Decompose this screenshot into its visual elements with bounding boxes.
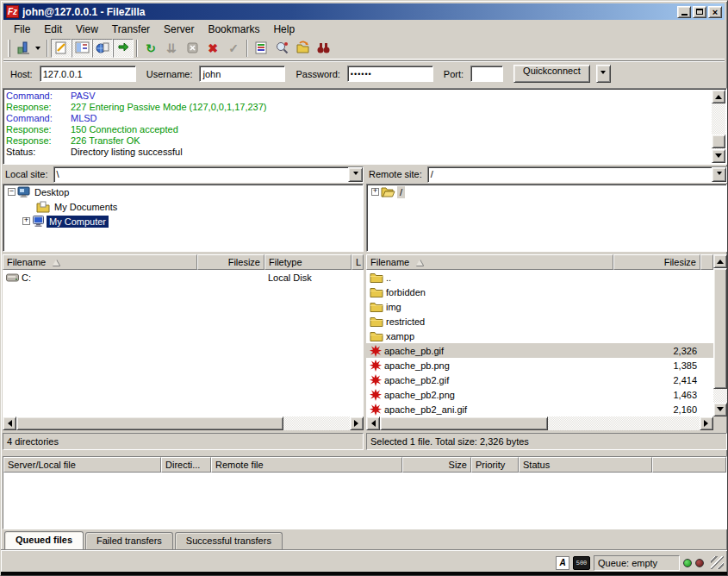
selected-tree-item: My Computer (47, 216, 109, 228)
resize-grip[interactable] (711, 556, 724, 569)
column-header-filler (652, 457, 726, 473)
column-header-remote-file[interactable]: Remote file (211, 457, 402, 473)
selected-tree-item: / (397, 186, 405, 198)
tree-item-desktop[interactable]: − Desktop (3, 185, 363, 199)
file-row[interactable]: xampp (366, 329, 713, 343)
username-input[interactable] (199, 66, 285, 82)
scrollbar-thumb[interactable] (712, 135, 725, 148)
column-header-status[interactable]: Status (519, 457, 652, 473)
file-row[interactable]: apache_pb.png 1,385 (366, 358, 713, 373)
file-row[interactable]: .. (366, 270, 713, 285)
transfer-type-indicator[interactable]: A (556, 556, 569, 570)
cancel-operation-button[interactable] (182, 39, 202, 58)
file-row[interactable]: apache_pb2_ani.gif 2,160 (366, 402, 713, 416)
column-header-filename[interactable]: Filename (366, 254, 613, 270)
log-scrollbar[interactable] (712, 90, 725, 163)
refresh-button[interactable]: ↻ (140, 39, 161, 58)
reconnect-button[interactable]: ✓ (223, 39, 244, 58)
scroll-up-icon[interactable] (713, 254, 727, 268)
local-site-combobox[interactable]: \ (53, 166, 364, 183)
toggle-message-log-button[interactable] (51, 39, 72, 58)
menu-file[interactable]: File (7, 22, 37, 37)
file-row[interactable]: forbidden (366, 285, 713, 299)
column-header-filename[interactable]: Filename (3, 254, 197, 270)
toggle-remote-tree-button[interactable] (92, 39, 113, 58)
tree-item-root[interactable]: + / (367, 185, 726, 199)
password-label: Password: (296, 69, 339, 79)
scroll-right-icon[interactable] (350, 416, 364, 430)
synchronized-browsing-button[interactable] (292, 39, 313, 58)
column-header-server-local-file[interactable]: Server/Local file (3, 457, 161, 473)
menu-view[interactable]: View (69, 22, 105, 37)
titlebar[interactable]: Fz john@127.0.0.1 - FileZilla × (3, 3, 725, 20)
site-manager-dropdown-icon[interactable] (35, 47, 40, 53)
directory-filter-button[interactable] (251, 39, 271, 58)
scroll-up-icon[interactable] (712, 90, 725, 103)
remote-horizontal-scrollbar[interactable] (366, 416, 713, 430)
scrollbar-thumb[interactable] (380, 416, 548, 430)
column-header-size[interactable]: Size (402, 457, 471, 473)
folder-icon (370, 272, 383, 283)
minimize-button[interactable] (677, 6, 691, 18)
quickconnect-dropdown-button[interactable] (596, 65, 611, 83)
file-row[interactable]: restricted (366, 314, 713, 329)
column-header-filesize[interactable]: Filesize (197, 254, 264, 270)
menu-bookmarks[interactable]: Bookmarks (201, 22, 266, 37)
column-header-filesize[interactable]: Filesize (613, 254, 700, 270)
expand-icon[interactable]: + (22, 217, 30, 225)
file-row[interactable]: apache_pb2.png 1,463 (366, 387, 713, 402)
remote-site-combobox[interactable]: / (427, 166, 727, 183)
menu-edit[interactable]: Edit (37, 22, 69, 37)
toolbar-grip[interactable] (8, 40, 10, 57)
tree-item-my-documents[interactable]: My Documents (3, 199, 363, 214)
directory-comparison-button[interactable] (271, 39, 292, 58)
image-file-icon (370, 374, 382, 386)
toggle-queue-button[interactable] (113, 39, 134, 58)
host-label: Host: (10, 69, 33, 79)
site-manager-button[interactable] (13, 39, 34, 58)
log-line: Command:PASV (3, 91, 726, 102)
scrollbar-thumb[interactable] (16, 416, 283, 430)
chevron-down-icon (600, 71, 606, 77)
column-header-filetype[interactable]: Filetype (264, 254, 352, 270)
toggle-local-tree-button[interactable] (72, 39, 92, 58)
tab-successful-transfers[interactable]: Successful transfers (175, 532, 283, 549)
scroll-left-icon[interactable] (3, 416, 16, 430)
folder-icon (370, 287, 383, 297)
collapse-icon[interactable]: − (8, 188, 16, 196)
file-row-selected[interactable]: apache_pb.gif 2,326 (366, 343, 713, 358)
scroll-left-icon[interactable] (366, 416, 380, 430)
column-header-last-modified[interactable]: L (352, 254, 364, 270)
column-header-priority[interactable]: Priority (471, 457, 519, 473)
process-queue-button[interactable]: ⇊ (161, 39, 182, 58)
tree-item-my-computer[interactable]: + My Computer (3, 214, 363, 229)
expand-icon[interactable]: + (371, 188, 379, 196)
close-button[interactable]: × (708, 6, 722, 18)
scroll-down-icon[interactable] (713, 403, 727, 416)
menu-transfer[interactable]: Transfer (105, 22, 157, 37)
local-tree-icon (75, 41, 90, 55)
file-row[interactable]: apache_pb2.gif 2,414 (366, 373, 713, 387)
divider (1, 549, 727, 551)
disconnect-button[interactable]: ✖ (202, 39, 223, 58)
local-pane: Local site: \ − Desktop (3, 166, 364, 451)
host-input[interactable] (40, 66, 136, 82)
file-row[interactable]: img (366, 299, 713, 314)
tab-failed-transfers[interactable]: Failed transfers (85, 532, 173, 549)
find-files-button[interactable] (313, 39, 333, 58)
menu-help[interactable]: Help (266, 22, 302, 37)
port-input[interactable] (470, 66, 503, 82)
speed-limit-indicator[interactable]: 500 (573, 556, 590, 570)
file-row-c-drive[interactable]: C: Local Disk (3, 270, 364, 285)
scroll-down-icon[interactable] (712, 149, 725, 163)
local-horizontal-scrollbar[interactable] (3, 416, 364, 430)
password-input[interactable] (347, 66, 433, 82)
scrollbar-thumb[interactable] (713, 268, 727, 389)
tab-queued-files[interactable]: Queued files (4, 531, 84, 549)
scroll-right-icon[interactable] (700, 416, 713, 430)
quickconnect-button[interactable]: Quickconnect (513, 65, 590, 83)
remote-vertical-scrollbar[interactable] (713, 254, 727, 416)
menu-server[interactable]: Server (157, 22, 201, 37)
maximize-button[interactable] (693, 6, 706, 18)
column-header-direction[interactable]: Directi... (161, 457, 211, 473)
